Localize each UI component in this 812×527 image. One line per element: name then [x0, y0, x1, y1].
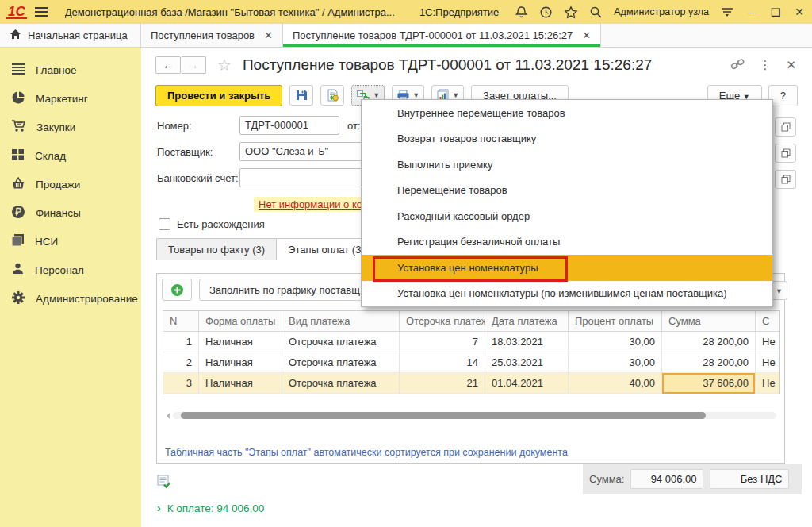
vat-value[interactable]: Без НДС	[710, 469, 789, 489]
document-title: Поступление товаров ТДРТ-000001 от 11.03…	[243, 56, 652, 74]
more-menu-icon[interactable]: ⋮	[759, 58, 772, 72]
sidebar-item-warehouse[interactable]: Склад	[0, 141, 141, 170]
col-header-n[interactable]: N	[163, 311, 199, 332]
number-input[interactable]: ТДРТ-000001	[239, 116, 339, 135]
post-and-close-button[interactable]: Провести и закрыть	[155, 85, 282, 106]
to-pay-link[interactable]: › К оплате: 94 006,00	[157, 502, 264, 514]
cell-percent[interactable]: 30,00	[569, 352, 662, 373]
scrollbar-thumb[interactable]	[181, 412, 706, 419]
current-user[interactable]: Администратор узла	[614, 6, 709, 17]
minimize-button[interactable]: –	[745, 6, 758, 18]
tab-close-icon[interactable]: ✕	[582, 29, 591, 41]
maximize-button[interactable]: ❑	[769, 6, 782, 18]
menu-item-set-item-prices-changed[interactable]: Установка цен номенклатуры (по изменивши…	[362, 281, 772, 307]
tab-home[interactable]: Начальная страница	[0, 24, 141, 47]
forward-button[interactable]: →	[181, 56, 206, 74]
window-title: Демонстрационная база /Магазин "Бытовая …	[65, 6, 395, 18]
table-sort-note: Табличная часть "Этапы оплат" автоматиче…	[165, 447, 568, 458]
section-sidebar: Главное Маркетинг Закупки Склад Продажи …	[0, 48, 141, 527]
menu-item-register-cashless-payment[interactable]: Регистрация безналичной оплаты	[362, 229, 772, 256]
sidebar-item-label: Администрирование	[36, 293, 138, 305]
cell-type[interactable]: Отсрочка платежа	[282, 352, 400, 373]
cell-percent[interactable]: 40,00	[569, 373, 662, 394]
no-contract-info-link[interactable]: Нет информации о кон	[254, 197, 373, 212]
tab-goods-by-fact[interactable]: Товары по факту (3)	[156, 238, 277, 260]
col-header-payment-form[interactable]: Форма оплаты	[199, 311, 282, 332]
chevron-right-icon: ›	[157, 502, 161, 514]
sidebar-item-personnel[interactable]: Персонал	[0, 256, 141, 284]
col-header-date[interactable]: Дата платежа	[485, 311, 569, 332]
menu-item-cash-expense-order[interactable]: Расходный кассовый ордер	[362, 203, 772, 229]
add-row-button[interactable]	[162, 279, 192, 301]
notifications-bell-icon[interactable]	[515, 6, 528, 19]
sidebar-item-label: Маркетинг	[36, 93, 88, 105]
sidebar-item-main[interactable]: Главное	[0, 56, 141, 84]
discrepancy-checkbox[interactable]	[159, 218, 170, 230]
table-row[interactable]: 1 Наличная Отсрочка платежа 7 18.03.2021…	[163, 332, 779, 352]
open-bank-account-button[interactable]	[775, 170, 796, 189]
cell-n[interactable]: 3	[163, 373, 199, 394]
col-header-percent[interactable]: Процент оплаты	[569, 311, 662, 332]
search-icon[interactable]	[589, 6, 603, 19]
menu-item-return-to-supplier[interactable]: Возврат товаров поставщику	[362, 126, 772, 152]
cell-sum-selected[interactable]: 37 606,00	[662, 373, 756, 394]
col-header-sum[interactable]: Сумма	[662, 311, 756, 332]
cell-date[interactable]: 18.03.2021	[485, 332, 569, 352]
menu-item-perform-acceptance[interactable]: Выполнить приемку	[362, 152, 772, 178]
dropdown-arrow-icon: ▼	[412, 91, 419, 99]
table-row-selected[interactable]: 3 Наличная Отсрочка платежа 21 01.04.202…	[163, 373, 779, 394]
close-document-icon[interactable]: ✕	[786, 58, 796, 72]
service-settings-icon[interactable]	[720, 6, 734, 17]
sidebar-item-sales[interactable]: Продажи	[0, 170, 141, 198]
table-row[interactable]: 2 Наличная Отсрочка платежа 14 25.03.202…	[163, 352, 779, 373]
cell-date[interactable]: 01.04.2021	[485, 373, 569, 394]
horizontal-scrollbar[interactable]	[163, 411, 776, 420]
col-header-payment-type[interactable]: Вид платежа	[282, 311, 400, 332]
sidebar-item-marketing[interactable]: Маркетинг	[0, 84, 141, 113]
cell-status[interactable]: Не	[756, 352, 779, 373]
cell-delay[interactable]: 21	[400, 373, 485, 394]
cell-date[interactable]: 25.03.2021	[485, 352, 569, 373]
cell-delay[interactable]: 7	[400, 332, 485, 352]
cell-status[interactable]: Не	[756, 332, 779, 352]
menu-item-set-item-prices[interactable]: Установка цен номенклатуры	[362, 255, 772, 281]
cell-n[interactable]: 1	[163, 332, 199, 352]
cell-sum[interactable]: 28 200,00	[662, 332, 756, 352]
cell-delay[interactable]: 14	[400, 352, 485, 373]
tab-receipt-document[interactable]: Поступление товаров ТДРТ-000001 от 11.03…	[283, 24, 601, 47]
catalog-pages-icon	[11, 233, 25, 249]
scroll-left-arrow-icon[interactable]	[163, 413, 170, 419]
sidebar-item-administration[interactable]: Администрирование	[0, 284, 141, 313]
cell-form[interactable]: Наличная	[199, 332, 282, 352]
sidebar-item-nsi[interactable]: НСИ	[0, 227, 141, 256]
back-button[interactable]: ←	[155, 56, 181, 74]
favorite-star-icon[interactable]: ☆	[217, 56, 232, 75]
cell-type[interactable]: Отсрочка платежа	[282, 373, 400, 394]
favorites-star-icon[interactable]	[564, 6, 578, 19]
open-supplier-button[interactable]	[775, 144, 796, 163]
ruble-circle-icon	[11, 205, 25, 221]
save-button[interactable]	[289, 85, 313, 106]
sidebar-item-purchases[interactable]: Закупки	[0, 113, 141, 141]
cell-type[interactable]: Отсрочка платежа	[282, 332, 400, 352]
cell-percent[interactable]: 30,00	[569, 332, 662, 352]
tab-close-icon[interactable]: ✕	[264, 29, 273, 41]
col-header-delay[interactable]: Отсрочка платежа	[400, 311, 485, 332]
cell-n[interactable]: 2	[163, 352, 199, 373]
main-menu-icon[interactable]	[35, 7, 48, 17]
tab-receipts-list[interactable]: Поступления товаров ✕	[141, 24, 283, 47]
menu-item-internal-transfer[interactable]: Внутреннее перемещение товаров	[362, 100, 772, 126]
cell-status[interactable]: Не	[756, 373, 779, 394]
col-header-status[interactable]: С	[756, 311, 779, 332]
sidebar-item-finance[interactable]: Финансы	[0, 198, 141, 227]
get-link-icon[interactable]	[730, 58, 745, 73]
cell-form[interactable]: Наличная	[199, 373, 282, 394]
menu-item-goods-transfer[interactable]: Перемещение товаров	[362, 178, 772, 204]
close-window-button[interactable]: ✕	[793, 6, 806, 18]
cell-sum[interactable]: 28 200,00	[662, 352, 756, 373]
post-document-button[interactable]	[320, 85, 344, 106]
to-pay-label: К оплате: 94 006,00	[167, 502, 265, 514]
cell-form[interactable]: Наличная	[199, 352, 282, 373]
open-number-button[interactable]	[775, 117, 796, 137]
history-icon[interactable]	[539, 6, 553, 19]
